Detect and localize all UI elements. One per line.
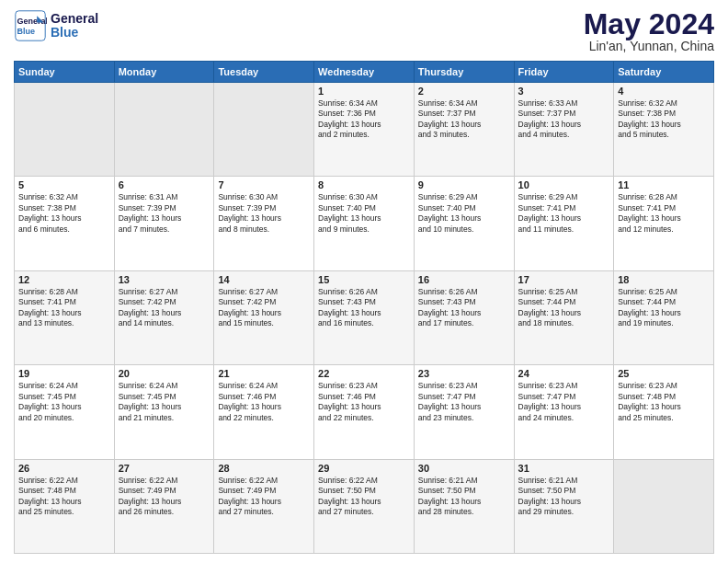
day-info: Sunrise: 6:27 AMSunset: 7:42 PMDaylight:… [119,287,210,329]
day-number: 17 [518,274,610,285]
day-number: 11 [618,179,710,190]
day-info: Sunrise: 6:22 AMSunset: 7:49 PMDaylight:… [119,476,210,518]
weekday-header-row: SundayMondayTuesdayWednesdayThursdayFrid… [15,62,714,83]
day-number: 19 [18,368,110,379]
day-number: 28 [218,463,310,474]
calendar-cell: 7Sunrise: 6:30 AMSunset: 7:39 PMDaylight… [214,177,314,270]
day-number: 7 [218,179,310,190]
weekday-header-sunday: Sunday [15,62,115,83]
day-number: 25 [618,368,710,379]
calendar-cell: 3Sunrise: 6:33 AMSunset: 7:37 PMDaylight… [514,83,614,177]
day-info: Sunrise: 6:33 AMSunset: 7:37 PMDaylight:… [518,98,610,141]
day-number: 16 [418,274,510,285]
calendar-cell: 18Sunrise: 6:25 AMSunset: 7:44 PMDayligh… [614,270,714,364]
calendar-cell: 28Sunrise: 6:22 AMSunset: 7:49 PMDayligh… [214,459,314,553]
day-number: 5 [18,179,110,190]
day-number: 20 [119,368,210,379]
weekday-header-saturday: Saturday [614,62,714,83]
day-info: Sunrise: 6:27 AMSunset: 7:42 PMDaylight:… [218,287,310,329]
day-number: 3 [518,86,610,97]
calendar-cell: 12Sunrise: 6:28 AMSunset: 7:41 PMDayligh… [15,270,115,364]
weekday-header-thursday: Thursday [414,62,514,83]
calendar-title: May 2024 [584,9,714,39]
calendar-cell: 22Sunrise: 6:23 AMSunset: 7:46 PMDayligh… [314,365,415,459]
day-number: 10 [518,179,610,190]
calendar-cell: 24Sunrise: 6:23 AMSunset: 7:47 PMDayligh… [514,365,614,459]
logo-line2: Blue [51,26,98,40]
calendar-cell: 27Sunrise: 6:22 AMSunset: 7:49 PMDayligh… [114,459,214,553]
day-info: Sunrise: 6:26 AMSunset: 7:43 PMDaylight:… [318,287,410,329]
calendar-cell: 17Sunrise: 6:25 AMSunset: 7:44 PMDayligh… [514,270,614,364]
logo-line1: General [51,12,98,26]
calendar-cell: 11Sunrise: 6:28 AMSunset: 7:41 PMDayligh… [614,177,714,270]
calendar-cell: 14Sunrise: 6:27 AMSunset: 7:42 PMDayligh… [214,270,314,364]
calendar-cell [114,83,214,177]
day-number: 15 [318,274,410,285]
day-info: Sunrise: 6:24 AMSunset: 7:46 PMDaylight:… [218,381,310,423]
logo-icon: General Blue [14,9,47,42]
weekday-header-monday: Monday [114,62,214,83]
day-info: Sunrise: 6:30 AMSunset: 7:39 PMDaylight:… [218,192,310,235]
calendar-week-2: 5Sunrise: 6:32 AMSunset: 7:38 PMDaylight… [15,177,714,270]
calendar-cell: 20Sunrise: 6:24 AMSunset: 7:45 PMDayligh… [114,365,214,459]
day-info: Sunrise: 6:26 AMSunset: 7:43 PMDaylight:… [418,287,510,329]
day-info: Sunrise: 6:21 AMSunset: 7:50 PMDaylight:… [518,476,610,518]
day-info: Sunrise: 6:32 AMSunset: 7:38 PMDaylight:… [18,192,110,235]
day-number: 4 [618,86,710,97]
day-info: Sunrise: 6:22 AMSunset: 7:48 PMDaylight:… [18,476,110,518]
day-info: Sunrise: 6:28 AMSunset: 7:41 PMDaylight:… [18,287,110,329]
day-number: 31 [518,463,610,474]
calendar-cell: 13Sunrise: 6:27 AMSunset: 7:42 PMDayligh… [114,270,214,364]
day-info: Sunrise: 6:22 AMSunset: 7:50 PMDaylight:… [318,476,410,518]
calendar-cell: 6Sunrise: 6:31 AMSunset: 7:39 PMDaylight… [114,177,214,270]
calendar-cell: 8Sunrise: 6:30 AMSunset: 7:40 PMDaylight… [314,177,415,270]
header: General Blue General Blue May 2024 Lin'a… [14,9,714,53]
weekday-header-wednesday: Wednesday [314,62,415,83]
calendar-week-4: 19Sunrise: 6:24 AMSunset: 7:45 PMDayligh… [15,365,714,459]
calendar-week-3: 12Sunrise: 6:28 AMSunset: 7:41 PMDayligh… [15,270,714,364]
calendar-cell: 5Sunrise: 6:32 AMSunset: 7:38 PMDaylight… [15,177,115,270]
calendar-cell [15,83,115,177]
title-section: May 2024 Lin'an, Yunnan, China [584,9,714,53]
day-info: Sunrise: 6:23 AMSunset: 7:48 PMDaylight:… [618,381,710,423]
day-number: 6 [119,179,210,190]
weekday-header-friday: Friday [514,62,614,83]
day-info: Sunrise: 6:29 AMSunset: 7:41 PMDaylight:… [518,192,610,235]
day-number: 26 [18,463,110,474]
day-number: 14 [218,274,310,285]
calendar-cell: 23Sunrise: 6:23 AMSunset: 7:47 PMDayligh… [414,365,514,459]
day-number: 21 [218,368,310,379]
day-info: Sunrise: 6:34 AMSunset: 7:36 PMDaylight:… [318,98,410,141]
day-info: Sunrise: 6:32 AMSunset: 7:38 PMDaylight:… [618,98,710,141]
day-info: Sunrise: 6:23 AMSunset: 7:46 PMDaylight:… [318,381,410,423]
calendar-cell: 4Sunrise: 6:32 AMSunset: 7:38 PMDaylight… [614,83,714,177]
day-number: 13 [119,274,210,285]
calendar-cell: 25Sunrise: 6:23 AMSunset: 7:48 PMDayligh… [614,365,714,459]
day-info: Sunrise: 6:29 AMSunset: 7:40 PMDaylight:… [418,192,510,235]
calendar-cell: 1Sunrise: 6:34 AMSunset: 7:36 PMDaylight… [314,83,415,177]
calendar-cell [214,83,314,177]
calendar-week-1: 1Sunrise: 6:34 AMSunset: 7:36 PMDaylight… [15,83,714,177]
day-number: 22 [318,368,410,379]
calendar-week-5: 26Sunrise: 6:22 AMSunset: 7:48 PMDayligh… [15,459,714,553]
svg-text:Blue: Blue [17,27,36,36]
logo-text: General Blue [51,12,98,40]
calendar-cell: 19Sunrise: 6:24 AMSunset: 7:45 PMDayligh… [15,365,115,459]
calendar-table: SundayMondayTuesdayWednesdayThursdayFrid… [14,61,714,554]
day-number: 23 [418,368,510,379]
calendar-cell: 15Sunrise: 6:26 AMSunset: 7:43 PMDayligh… [314,270,415,364]
day-info: Sunrise: 6:30 AMSunset: 7:40 PMDaylight:… [318,192,410,235]
day-number: 24 [518,368,610,379]
day-number: 18 [618,274,710,285]
day-info: Sunrise: 6:28 AMSunset: 7:41 PMDaylight:… [618,192,710,235]
day-number: 30 [418,463,510,474]
calendar-cell: 30Sunrise: 6:21 AMSunset: 7:50 PMDayligh… [414,459,514,553]
calendar-cell: 10Sunrise: 6:29 AMSunset: 7:41 PMDayligh… [514,177,614,270]
day-number: 9 [418,179,510,190]
calendar-cell [614,459,714,553]
logo: General Blue General Blue [14,9,98,42]
day-number: 27 [119,463,210,474]
day-info: Sunrise: 6:21 AMSunset: 7:50 PMDaylight:… [418,476,510,518]
weekday-header-tuesday: Tuesday [214,62,314,83]
day-info: Sunrise: 6:24 AMSunset: 7:45 PMDaylight:… [119,381,210,423]
